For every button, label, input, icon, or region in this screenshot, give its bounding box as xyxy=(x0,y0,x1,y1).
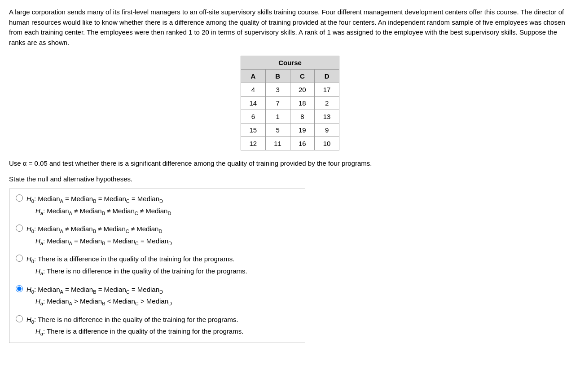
option-1-radio[interactable] xyxy=(16,194,23,202)
cell-r2-c2: 8 xyxy=(290,110,315,123)
cell-r0-c3: 17 xyxy=(315,83,339,97)
option-2-h0: H0: MedianA ≠ MedianB ≠ MedianC ≠ Median… xyxy=(26,224,172,236)
col-c-header: C xyxy=(290,70,315,83)
option-5-ha: Ha: There is a difference in the quality… xyxy=(35,326,243,338)
cell-r0-c2: 20 xyxy=(290,83,315,97)
option-4-content: H0: MedianA = MedianB = MedianC = Median… xyxy=(26,284,172,308)
cell-r2-c1: 1 xyxy=(265,110,290,123)
option-2: H0: MedianA ≠ MedianB ≠ MedianC ≠ Median… xyxy=(16,224,299,247)
option-4: H0: MedianA = MedianB = MedianC = Median… xyxy=(16,284,299,308)
table-body: 4320171471826181315519912111610 xyxy=(241,83,339,150)
intro-paragraph: A large corporation sends many of its fi… xyxy=(9,7,571,48)
option-3: H0: There is a difference in the quality… xyxy=(16,254,299,277)
col-b-header: B xyxy=(265,70,290,83)
option-2-radio[interactable] xyxy=(16,225,23,232)
option-1-h0: H0: MedianA = MedianB = MedianC = Median… xyxy=(26,194,171,206)
option-3-content: H0: There is a difference in the quality… xyxy=(26,254,247,277)
course-header-cell: Course xyxy=(241,56,339,70)
course-header-row: Course xyxy=(241,56,339,70)
table-row: 61813 xyxy=(241,110,339,123)
table-row: 12111610 xyxy=(241,137,339,150)
col-a-header: A xyxy=(241,70,266,83)
table-row: 432017 xyxy=(241,83,339,97)
data-table-container: Course A B C D 4320171471826181315519912… xyxy=(241,56,339,150)
col-d-header: D xyxy=(315,70,339,83)
alpha-statement: Use α = 0.05 and test whether there is a… xyxy=(9,159,571,169)
state-hypotheses-label: State the null and alternative hypothese… xyxy=(9,174,571,185)
ranks-table: Course A B C D 4320171471826181315519912… xyxy=(241,56,339,150)
table-row: 147182 xyxy=(241,97,339,110)
option-1-content: H0: MedianA = MedianB = MedianC = Median… xyxy=(26,194,171,217)
column-header-row: A B C D xyxy=(241,70,339,83)
cell-r1-c3: 2 xyxy=(315,97,339,110)
option-3-radio[interactable] xyxy=(16,255,23,262)
cell-r3-c0: 15 xyxy=(241,123,266,137)
cell-r3-c1: 5 xyxy=(265,123,290,137)
cell-r2-c3: 13 xyxy=(315,110,339,123)
option-1-ha: Ha: MedianA ≠ MedianB ≠ MedianC ≠ Median… xyxy=(35,206,171,218)
option-5-content: H0: There is no difference in the qualit… xyxy=(26,314,243,338)
option-4-ha: Ha: MedianA > MedianB < MedianC > Median… xyxy=(35,296,172,308)
table-row: 155199 xyxy=(241,123,339,137)
option-1: H0: MedianA = MedianB = MedianC = Median… xyxy=(16,194,299,217)
cell-r1-c1: 7 xyxy=(265,97,290,110)
option-3-h0: H0: There is a difference in the quality… xyxy=(26,254,247,266)
option-4-h0: H0: MedianA = MedianB = MedianC = Median… xyxy=(26,284,172,296)
option-5-radio[interactable] xyxy=(16,315,23,322)
cell-r4-c3: 10 xyxy=(315,137,339,150)
cell-r1-c0: 14 xyxy=(241,97,266,110)
cell-r1-c2: 18 xyxy=(290,97,315,110)
cell-r0-c0: 4 xyxy=(241,83,266,97)
cell-r4-c0: 12 xyxy=(241,137,266,150)
hypotheses-options-box: H0: MedianA = MedianB = MedianC = Median… xyxy=(9,189,305,343)
option-5-h0: H0: There is no difference in the qualit… xyxy=(26,314,243,326)
cell-r4-c1: 11 xyxy=(265,137,290,150)
option-3-ha: Ha: There is no difference in the qualit… xyxy=(35,266,247,278)
option-5: H0: There is no difference in the qualit… xyxy=(16,314,299,338)
cell-r4-c2: 16 xyxy=(290,137,315,150)
cell-r2-c0: 6 xyxy=(241,110,266,123)
option-2-content: H0: MedianA ≠ MedianB ≠ MedianC ≠ Median… xyxy=(26,224,172,247)
option-4-radio[interactable] xyxy=(16,285,23,292)
option-2-ha: Ha: MedianA = MedianB = MedianC = Median… xyxy=(35,236,172,248)
cell-r0-c1: 3 xyxy=(265,83,290,97)
cell-r3-c3: 9 xyxy=(315,123,339,137)
cell-r3-c2: 19 xyxy=(290,123,315,137)
